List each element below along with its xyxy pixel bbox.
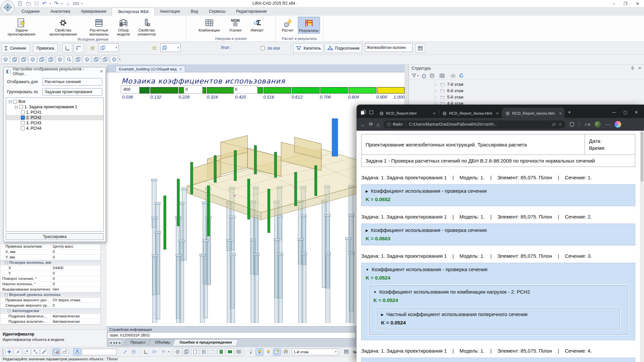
bulb-small-icon[interactable] bbox=[264, 348, 272, 356]
report-box-header[interactable]: ▶Частный коэффициент использования попер… bbox=[381, 311, 615, 317]
measure-icon[interactable] bbox=[73, 1, 79, 6]
property-row[interactable]: Привязка аналитикиЦентр масс bbox=[0, 244, 100, 249]
property-value[interactable]: 0 bbox=[51, 255, 100, 260]
tile-views-icon[interactable] bbox=[19, 56, 28, 64]
tree-checkbox[interactable] bbox=[21, 121, 25, 125]
tree-checkbox[interactable] bbox=[21, 116, 25, 120]
service-tab[interactable]: Ошибки и предупреждения bbox=[173, 339, 238, 346]
property-group-row[interactable]: Верхний уровень колонны bbox=[0, 292, 100, 298]
property-row[interactable]: Выравнивание аналитичес...Нет bbox=[0, 287, 100, 292]
wall-filter-icon[interactable] bbox=[226, 348, 234, 356]
refresh-icon[interactable] bbox=[459, 73, 464, 78]
property-value[interactable]: 0 bbox=[51, 282, 100, 287]
app-minimize-button[interactable]: – bbox=[612, 1, 615, 6]
align-top-icon[interactable] bbox=[74, 43, 84, 53]
ribbon-tab[interactable]: Создание bbox=[16, 8, 45, 16]
base-level-cube-icon[interactable] bbox=[88, 43, 97, 53]
ribbon-tab[interactable]: Аннотации bbox=[155, 8, 185, 16]
panel-close-icon[interactable]: ✕ bbox=[100, 69, 103, 74]
browser-tab[interactable]: RCD_Report_пилон.htm✕ bbox=[502, 108, 565, 119]
angle-snap-icon[interactable] bbox=[23, 348, 31, 356]
tab-close-icon[interactable]: ✕ bbox=[496, 112, 499, 115]
axis-checkbox-box[interactable] bbox=[261, 46, 265, 50]
open-icon[interactable] bbox=[25, 1, 31, 6]
midpoint-snap-icon[interactable] bbox=[40, 348, 48, 356]
line-snap-icon[interactable] bbox=[14, 348, 22, 356]
app-logo[interactable] bbox=[1, 0, 15, 14]
service-tab[interactable]: Процесс bbox=[124, 339, 153, 346]
property-row[interactable]: Поворот сечения, °0 bbox=[0, 276, 100, 282]
top-anchor-select[interactable]: ▾ bbox=[160, 43, 180, 52]
collapse-arrow-icon[interactable]: ▼ bbox=[373, 290, 377, 294]
property-row[interactable]: Подрезка физическ...Автоматически bbox=[0, 314, 100, 319]
expand-arrow-icon[interactable]: ▶ bbox=[366, 189, 368, 193]
measure-line-icon[interactable] bbox=[121, 348, 129, 356]
profile-avatar[interactable] bbox=[594, 121, 601, 128]
ribbon-tab[interactable]: Сервисы bbox=[203, 8, 231, 16]
chevron-right-icon[interactable]: › bbox=[435, 88, 440, 93]
pan-view-icon[interactable] bbox=[83, 56, 91, 64]
browser-maximize-button[interactable]: ▢ bbox=[624, 110, 627, 115]
undo-dropdown-icon[interactable]: ▾ bbox=[50, 2, 51, 5]
point-snap-icon[interactable] bbox=[32, 348, 39, 356]
property-value[interactable]: 0 bbox=[51, 271, 100, 276]
ribbon-tab[interactable]: Редактирование bbox=[231, 8, 272, 16]
browser-minimize-button[interactable]: — bbox=[612, 110, 616, 115]
service-tab[interactable]: Объёмы bbox=[148, 339, 177, 346]
property-value[interactable]: Нет bbox=[51, 287, 100, 292]
trace-button[interactable]: Трассировка bbox=[6, 233, 104, 240]
redo-icon[interactable]: ↷ bbox=[53, 1, 59, 6]
tab-actions-icon[interactable] bbox=[368, 110, 375, 115]
favorites-bar-icon[interactable]: ☆≡ bbox=[584, 122, 590, 127]
property-value[interactable]: 0 bbox=[51, 249, 100, 254]
copilot-icon[interactable] bbox=[614, 121, 621, 128]
collapse-icon[interactable] bbox=[8, 309, 11, 312]
undo-icon[interactable]: ↶ bbox=[42, 1, 47, 6]
expand-arrow-icon[interactable]: ▶ bbox=[366, 229, 368, 232]
browser-tab[interactable]: RCD_Report.html✕ bbox=[376, 108, 438, 119]
element-properties-button[interactable]: Свойства элементов bbox=[133, 17, 160, 37]
base-anchor-select[interactable]: ▾ bbox=[99, 43, 119, 52]
fit-view-icon[interactable] bbox=[101, 56, 109, 64]
home-icon[interactable]: ⌂ bbox=[377, 122, 380, 127]
section-layers-button[interactable] bbox=[415, 43, 425, 53]
center-point-icon[interactable] bbox=[130, 348, 138, 356]
rotate-view-icon[interactable] bbox=[92, 56, 100, 64]
duplicate-view-icon[interactable] bbox=[10, 56, 18, 64]
design-properties-button[interactable]: Свойства проектирования bbox=[42, 17, 85, 37]
collapse-icon[interactable] bbox=[5, 261, 8, 264]
section-button[interactable]: Сечение bbox=[1, 43, 30, 53]
group-by-select[interactable]: Задачам проектированияˇ bbox=[42, 88, 102, 96]
design-tasks-button[interactable]: Задачи проектирования bbox=[1, 17, 42, 37]
tab-scroll-buttons[interactable]: |◀◀▶▶| bbox=[108, 340, 123, 345]
tab-close-icon[interactable]: ✕ bbox=[433, 112, 436, 115]
design-materials-button[interactable]: Расчетные материалы bbox=[85, 17, 113, 37]
cursor-y-icon[interactable] bbox=[159, 348, 167, 356]
expand-arrow-icon[interactable]: ▶ bbox=[381, 313, 384, 316]
chevron-right-icon[interactable]: › bbox=[435, 95, 440, 100]
property-row[interactable]: Наклон колонны, °0 bbox=[0, 282, 100, 287]
property-value[interactable]: От верха этажа bbox=[51, 298, 100, 303]
offset2-input[interactable] bbox=[184, 85, 203, 94]
bulb-on-icon[interactable] bbox=[256, 348, 263, 356]
display-for-select[interactable]: Расчетных сеченийˇ bbox=[42, 78, 102, 85]
snap-button[interactable]: Привязка bbox=[33, 43, 58, 53]
property-row[interactable]: Y, мм0 bbox=[0, 255, 100, 260]
structure-tree-item[interactable]: ›6-й этаж bbox=[435, 87, 644, 94]
ortho-icon[interactable] bbox=[142, 348, 150, 356]
new-view-icon[interactable] bbox=[1, 56, 9, 64]
results-button[interactable]: Результаты bbox=[298, 17, 320, 34]
calculate-button[interactable]: Расчет bbox=[279, 17, 297, 33]
report-box-header[interactable]: ▶Коэффициент использования - проверка се… bbox=[366, 188, 631, 194]
browser-menu-icon[interactable]: ⋯ bbox=[605, 121, 610, 128]
read-aloud-icon[interactable]: A) bbox=[552, 122, 556, 127]
property-row[interactable]: Смещение верхнего ур...0 bbox=[0, 303, 100, 308]
layers-icon[interactable] bbox=[342, 348, 350, 356]
view-tab-close-icon[interactable]: ✕ bbox=[179, 67, 182, 71]
offset1-input[interactable] bbox=[121, 85, 140, 94]
property-row[interactable]: Y0 bbox=[0, 271, 100, 276]
cursor-x-icon[interactable] bbox=[151, 348, 158, 356]
workplane-icon[interactable] bbox=[73, 348, 81, 356]
app-close-button[interactable]: ✕ bbox=[636, 1, 639, 6]
forces-button[interactable]: NQM Усилия bbox=[226, 17, 245, 33]
